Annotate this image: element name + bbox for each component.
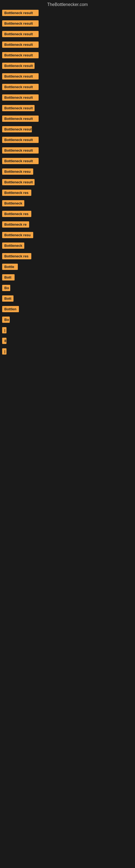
list-item[interactable]: Bottleneck result xyxy=(2,115,133,123)
bottleneck-result-label: Bottleneck result xyxy=(2,41,39,48)
bottleneck-result-label: Bottleneck result xyxy=(2,63,35,69)
bottleneck-result-label: Bottlen xyxy=(2,306,19,312)
bottleneck-result-label: Bottleneck result xyxy=(2,147,39,154)
bottleneck-result-label: Bottleneck result xyxy=(2,31,39,37)
bottleneck-result-label: Bottleneck result xyxy=(2,20,39,27)
list-item[interactable]: Bottleneck result xyxy=(2,179,133,187)
list-item[interactable] xyxy=(2,362,133,363)
bottleneck-result-label: Bottleneck resu xyxy=(2,232,33,238)
list-item[interactable]: Bottleneck result xyxy=(2,147,133,155)
bottleneck-result-label: Bottle xyxy=(2,264,18,270)
bottleneck-result-label: Bottleneck res xyxy=(2,211,31,217)
bottleneck-result-label: Bottleneck res xyxy=(2,190,31,196)
list-item[interactable]: Bottleneck xyxy=(2,242,133,250)
bottleneck-result-label: Bo xyxy=(2,285,10,291)
bottleneck-result-label: Bottleneck xyxy=(2,243,24,249)
bottleneck-result-label: 8 xyxy=(2,338,6,344)
list-item[interactable]: Bottleneck re xyxy=(2,221,133,229)
list-item[interactable]: Bottlen xyxy=(2,305,133,314)
list-item[interactable]: Bottle xyxy=(2,263,133,272)
list-item[interactable]: Bottleneck resu xyxy=(2,231,133,240)
list-item[interactable]: Bottleneck resu xyxy=(2,168,133,176)
list-item[interactable]: Bottleneck result xyxy=(2,20,133,28)
list-item[interactable]: Bottleneck res xyxy=(2,252,133,261)
list-item[interactable]: Bo xyxy=(2,316,133,324)
list-item[interactable]: Bo xyxy=(2,284,133,293)
list-item[interactable]: Bottleneck result xyxy=(2,83,133,92)
bottleneck-result-label: Bott xyxy=(2,274,14,280)
bottleneck-result-label: Bottleneck xyxy=(2,200,24,207)
list-item[interactable]: Bottleneck xyxy=(2,199,133,208)
bottleneck-result-label: Bottleneck result xyxy=(2,126,32,132)
list-item[interactable]: Bottleneck result xyxy=(2,9,133,18)
list-item[interactable]: Bott xyxy=(2,274,133,282)
list-item[interactable]: Bottleneck res xyxy=(2,210,133,219)
list-item[interactable]: Bottleneck result xyxy=(2,94,133,102)
bottleneck-result-label: Bottleneck result xyxy=(2,52,39,58)
bottleneck-result-label: Bottleneck result xyxy=(2,179,35,185)
list-item[interactable]: Bottleneck result xyxy=(2,62,133,70)
bottleneck-result-label: Bottleneck result xyxy=(2,137,39,143)
list-item[interactable]: Bottleneck result xyxy=(2,157,133,166)
list-item[interactable]: Bottleneck result xyxy=(2,30,133,39)
list-item[interactable]: | xyxy=(2,327,133,335)
list-item[interactable]: Bottleneck result xyxy=(2,73,133,81)
list-item[interactable] xyxy=(2,358,133,360)
bottleneck-result-label: Bo xyxy=(2,316,10,323)
list-item[interactable]: Bottleneck result xyxy=(2,104,133,113)
list-item[interactable]: Bottleneck res xyxy=(2,189,133,197)
bottleneck-result-label: Bott xyxy=(2,296,13,302)
bottleneck-result-label: Bottleneck result xyxy=(2,94,39,101)
list-item[interactable]: Bottleneck result xyxy=(2,126,133,134)
bottleneck-result-label: Bottleneck result xyxy=(2,116,39,122)
site-title: TheBottlenecker.com xyxy=(0,0,135,8)
bottleneck-result-label: Bottleneck result xyxy=(2,158,39,164)
bottleneck-result-label: Bottleneck result xyxy=(2,73,39,80)
list-item[interactable]: Bottleneck result xyxy=(2,52,133,60)
list-item[interactable]: 8 xyxy=(2,337,133,346)
bottleneck-result-label: Bottleneck res xyxy=(2,253,31,259)
bottleneck-result-label: Bottleneck result xyxy=(2,84,39,90)
bottleneck-result-label: Bottleneck result xyxy=(2,105,35,111)
list-item[interactable]: Bottleneck result xyxy=(2,41,133,50)
bottleneck-result-label: | xyxy=(2,348,6,354)
bottleneck-result-label: Bottleneck resu xyxy=(2,168,33,175)
bottleneck-result-label: Bottleneck result xyxy=(2,10,39,16)
list-item[interactable]: Bottleneck result xyxy=(2,136,133,145)
list-item[interactable]: Bott xyxy=(2,295,133,303)
list-item[interactable]: | xyxy=(2,348,133,356)
bottleneck-result-label: | xyxy=(2,327,6,333)
bottleneck-result-label: Bottleneck re xyxy=(2,221,29,227)
items-container: Bottleneck resultBottleneck resultBottle… xyxy=(0,8,135,366)
